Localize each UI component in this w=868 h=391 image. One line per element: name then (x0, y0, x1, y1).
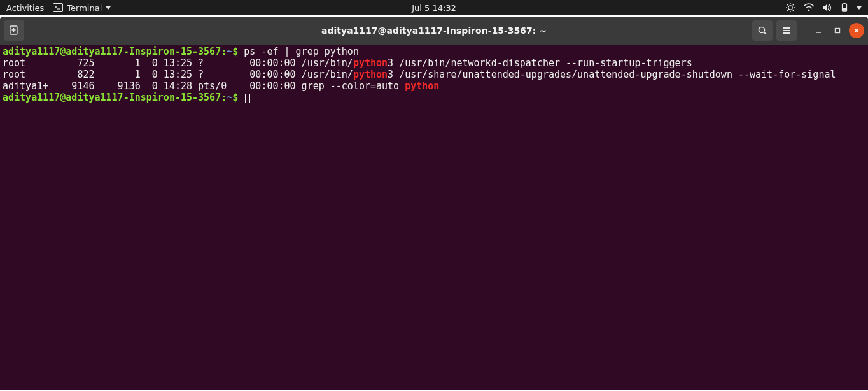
svg-rect-0 (53, 4, 63, 12)
grep-match: python (353, 57, 388, 69)
activities-label: Activities (6, 3, 44, 13)
app-menu[interactable]: Terminal (53, 3, 111, 13)
prompt-path: ~ (227, 46, 232, 57)
clock[interactable]: Jul 5 14:32 (412, 3, 456, 13)
svg-line-8 (793, 10, 794, 11)
topbar-left: Activities Terminal (6, 3, 111, 13)
output-row-tail: 3 /usr/bin/networkd-dispatcher --run-sta… (388, 57, 692, 69)
svg-line-7 (787, 4, 788, 5)
minimize-button[interactable] (811, 23, 826, 38)
prompt-sep: : (221, 92, 227, 103)
prompt-user-host: aditya1117@aditya1117-Inspiron-15-3567 (3, 92, 221, 103)
network-icon[interactable] (803, 3, 815, 12)
grep-match: python (405, 80, 439, 92)
gnome-top-bar: Activities Terminal Jul 5 14:32 (0, 0, 868, 15)
prompt-sep: : (221, 46, 227, 57)
svg-point-18 (759, 27, 765, 33)
window-title: aditya1117@aditya1117-Inspiron-15-3567: … (321, 25, 547, 36)
svg-line-10 (793, 4, 794, 5)
night-light-icon[interactable] (785, 3, 795, 13)
svg-rect-14 (843, 8, 846, 11)
system-menu-arrow-icon[interactable] (857, 6, 862, 10)
prompt-user-host: aditya1117@aditya1117-Inspiron-15-3567 (3, 46, 221, 57)
svg-line-9 (787, 10, 788, 11)
app-menu-label: Terminal (67, 3, 102, 13)
svg-point-2 (788, 6, 792, 10)
svg-line-19 (764, 32, 767, 35)
close-button[interactable] (849, 23, 864, 38)
titlebar-right (752, 20, 864, 41)
window-titlebar: aditya1117@aditya1117-Inspiron-15-3567: … (0, 17, 868, 45)
output-row: aditya1+ 9146 9136 0 14:28 pts/0 00:00:0… (3, 80, 405, 92)
command-text: ps -ef | grep python (244, 46, 359, 57)
battery-icon[interactable] (840, 3, 849, 13)
prompt-path: ~ (227, 92, 232, 103)
svg-rect-24 (836, 29, 840, 33)
titlebar-left (4, 20, 24, 41)
clock-label: Jul 5 14:32 (412, 3, 456, 13)
system-tray (785, 3, 862, 13)
output-row: root 725 1 0 13:25 ? 00:00:00 /usr/bin/ (3, 57, 353, 69)
terminal-window: aditya1117@aditya1117-Inspiron-15-3567: … (0, 17, 868, 390)
search-button[interactable] (752, 20, 773, 41)
terminal-output[interactable]: aditya1117@aditya1117-Inspiron-15-3567:~… (0, 45, 868, 390)
output-row: root 822 1 0 13:25 ? 00:00:00 /usr/bin/ (3, 69, 353, 80)
prompt-sigil: $ (232, 92, 238, 103)
svg-rect-13 (844, 3, 846, 4)
activities-button[interactable]: Activities (6, 3, 44, 13)
svg-point-11 (808, 10, 810, 11)
terminal-icon (53, 3, 63, 12)
terminal-cursor (245, 94, 250, 103)
prompt-sigil: $ (232, 46, 238, 57)
grep-match: python (353, 69, 388, 80)
maximize-button[interactable] (830, 23, 845, 38)
output-row-tail: 3 /usr/share/unattended-upgrades/unatten… (388, 69, 836, 80)
hamburger-menu-button[interactable] (776, 20, 797, 41)
new-tab-button[interactable] (4, 20, 24, 41)
chevron-down-icon (106, 6, 111, 10)
volume-icon[interactable] (822, 3, 832, 12)
